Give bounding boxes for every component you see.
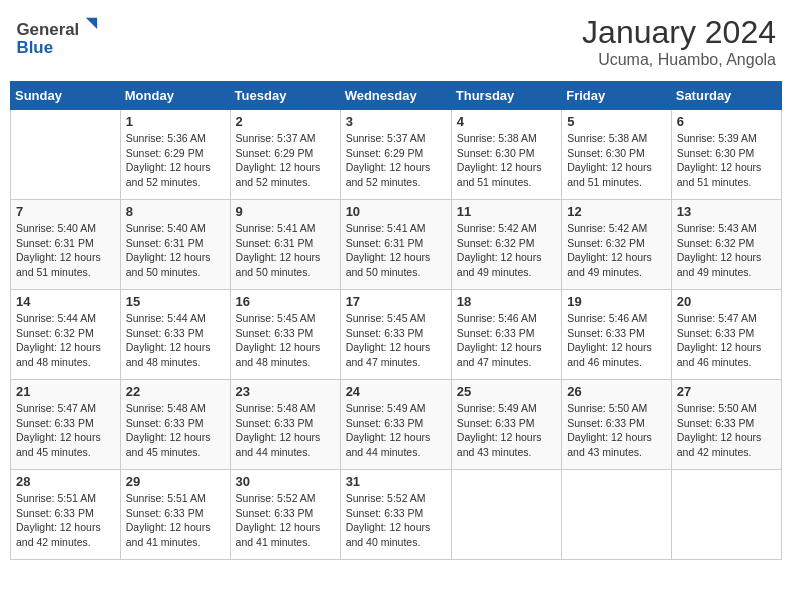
calendar-cell: 15Sunrise: 5:44 AMSunset: 6:33 PMDayligh… [120, 290, 230, 380]
calendar-cell: 17Sunrise: 5:45 AMSunset: 6:33 PMDayligh… [340, 290, 451, 380]
location-subtitle: Ucuma, Huambo, Angola [582, 51, 776, 69]
calendar-cell: 5Sunrise: 5:38 AMSunset: 6:30 PMDaylight… [562, 110, 672, 200]
day-info: Sunrise: 5:50 AMSunset: 6:33 PMDaylight:… [567, 401, 666, 460]
calendar-cell: 31Sunrise: 5:52 AMSunset: 6:33 PMDayligh… [340, 470, 451, 560]
calendar-cell: 8Sunrise: 5:40 AMSunset: 6:31 PMDaylight… [120, 200, 230, 290]
day-info: Sunrise: 5:43 AMSunset: 6:32 PMDaylight:… [677, 221, 776, 280]
day-number: 18 [457, 294, 556, 309]
day-number: 13 [677, 204, 776, 219]
day-info: Sunrise: 5:45 AMSunset: 6:33 PMDaylight:… [346, 311, 446, 370]
calendar-week-row: 21Sunrise: 5:47 AMSunset: 6:33 PMDayligh… [11, 380, 782, 470]
svg-text:General: General [16, 20, 79, 39]
calendar-table: SundayMondayTuesdayWednesdayThursdayFrid… [10, 81, 782, 560]
day-info: Sunrise: 5:49 AMSunset: 6:33 PMDaylight:… [346, 401, 446, 460]
day-number: 31 [346, 474, 446, 489]
calendar-cell: 29Sunrise: 5:51 AMSunset: 6:33 PMDayligh… [120, 470, 230, 560]
day-number: 6 [677, 114, 776, 129]
day-info: Sunrise: 5:37 AMSunset: 6:29 PMDaylight:… [236, 131, 335, 190]
calendar-week-row: 28Sunrise: 5:51 AMSunset: 6:33 PMDayligh… [11, 470, 782, 560]
calendar-cell: 13Sunrise: 5:43 AMSunset: 6:32 PMDayligh… [671, 200, 781, 290]
calendar-day-header: Tuesday [230, 82, 340, 110]
day-info: Sunrise: 5:38 AMSunset: 6:30 PMDaylight:… [567, 131, 666, 190]
day-info: Sunrise: 5:36 AMSunset: 6:29 PMDaylight:… [126, 131, 225, 190]
day-number: 22 [126, 384, 225, 399]
day-number: 1 [126, 114, 225, 129]
header: General Blue January 2024 Ucuma, Huambo,… [10, 10, 782, 73]
calendar-week-row: 7Sunrise: 5:40 AMSunset: 6:31 PMDaylight… [11, 200, 782, 290]
day-info: Sunrise: 5:42 AMSunset: 6:32 PMDaylight:… [457, 221, 556, 280]
calendar-cell: 2Sunrise: 5:37 AMSunset: 6:29 PMDaylight… [230, 110, 340, 200]
day-info: Sunrise: 5:45 AMSunset: 6:33 PMDaylight:… [236, 311, 335, 370]
day-number: 16 [236, 294, 335, 309]
calendar-cell: 3Sunrise: 5:37 AMSunset: 6:29 PMDaylight… [340, 110, 451, 200]
day-number: 8 [126, 204, 225, 219]
calendar-cell: 20Sunrise: 5:47 AMSunset: 6:33 PMDayligh… [671, 290, 781, 380]
calendar-cell [562, 470, 672, 560]
day-info: Sunrise: 5:40 AMSunset: 6:31 PMDaylight:… [126, 221, 225, 280]
calendar-cell: 6Sunrise: 5:39 AMSunset: 6:30 PMDaylight… [671, 110, 781, 200]
calendar-cell [451, 470, 561, 560]
calendar-cell: 18Sunrise: 5:46 AMSunset: 6:33 PMDayligh… [451, 290, 561, 380]
calendar-cell: 22Sunrise: 5:48 AMSunset: 6:33 PMDayligh… [120, 380, 230, 470]
day-number: 25 [457, 384, 556, 399]
calendar-cell: 4Sunrise: 5:38 AMSunset: 6:30 PMDaylight… [451, 110, 561, 200]
svg-text:Blue: Blue [16, 38, 53, 57]
day-number: 30 [236, 474, 335, 489]
calendar-day-header: Monday [120, 82, 230, 110]
day-info: Sunrise: 5:52 AMSunset: 6:33 PMDaylight:… [346, 491, 446, 550]
calendar-cell: 26Sunrise: 5:50 AMSunset: 6:33 PMDayligh… [562, 380, 672, 470]
day-number: 4 [457, 114, 556, 129]
day-info: Sunrise: 5:44 AMSunset: 6:33 PMDaylight:… [126, 311, 225, 370]
calendar-cell: 12Sunrise: 5:42 AMSunset: 6:32 PMDayligh… [562, 200, 672, 290]
day-info: Sunrise: 5:39 AMSunset: 6:30 PMDaylight:… [677, 131, 776, 190]
day-info: Sunrise: 5:47 AMSunset: 6:33 PMDaylight:… [16, 401, 115, 460]
day-info: Sunrise: 5:41 AMSunset: 6:31 PMDaylight:… [346, 221, 446, 280]
day-number: 15 [126, 294, 225, 309]
day-info: Sunrise: 5:51 AMSunset: 6:33 PMDaylight:… [16, 491, 115, 550]
day-number: 11 [457, 204, 556, 219]
day-info: Sunrise: 5:52 AMSunset: 6:33 PMDaylight:… [236, 491, 335, 550]
day-number: 14 [16, 294, 115, 309]
day-info: Sunrise: 5:48 AMSunset: 6:33 PMDaylight:… [236, 401, 335, 460]
day-info: Sunrise: 5:44 AMSunset: 6:32 PMDaylight:… [16, 311, 115, 370]
calendar-week-row: 1Sunrise: 5:36 AMSunset: 6:29 PMDaylight… [11, 110, 782, 200]
day-number: 19 [567, 294, 666, 309]
calendar-cell: 7Sunrise: 5:40 AMSunset: 6:31 PMDaylight… [11, 200, 121, 290]
day-info: Sunrise: 5:37 AMSunset: 6:29 PMDaylight:… [346, 131, 446, 190]
calendar-day-header: Sunday [11, 82, 121, 110]
calendar-cell: 16Sunrise: 5:45 AMSunset: 6:33 PMDayligh… [230, 290, 340, 380]
day-number: 5 [567, 114, 666, 129]
day-number: 23 [236, 384, 335, 399]
calendar-cell: 14Sunrise: 5:44 AMSunset: 6:32 PMDayligh… [11, 290, 121, 380]
day-number: 20 [677, 294, 776, 309]
day-info: Sunrise: 5:49 AMSunset: 6:33 PMDaylight:… [457, 401, 556, 460]
calendar-cell: 27Sunrise: 5:50 AMSunset: 6:33 PMDayligh… [671, 380, 781, 470]
day-number: 9 [236, 204, 335, 219]
calendar-cell: 11Sunrise: 5:42 AMSunset: 6:32 PMDayligh… [451, 200, 561, 290]
logo: General Blue [16, 14, 106, 59]
calendar-cell: 23Sunrise: 5:48 AMSunset: 6:33 PMDayligh… [230, 380, 340, 470]
day-info: Sunrise: 5:40 AMSunset: 6:31 PMDaylight:… [16, 221, 115, 280]
day-info: Sunrise: 5:38 AMSunset: 6:30 PMDaylight:… [457, 131, 556, 190]
day-info: Sunrise: 5:41 AMSunset: 6:31 PMDaylight:… [236, 221, 335, 280]
calendar-day-header: Wednesday [340, 82, 451, 110]
calendar-week-row: 14Sunrise: 5:44 AMSunset: 6:32 PMDayligh… [11, 290, 782, 380]
day-number: 3 [346, 114, 446, 129]
day-number: 12 [567, 204, 666, 219]
logo-svg: General Blue [16, 14, 106, 59]
calendar-cell: 1Sunrise: 5:36 AMSunset: 6:29 PMDaylight… [120, 110, 230, 200]
day-number: 17 [346, 294, 446, 309]
day-number: 7 [16, 204, 115, 219]
calendar-cell [671, 470, 781, 560]
day-number: 2 [236, 114, 335, 129]
day-info: Sunrise: 5:42 AMSunset: 6:32 PMDaylight:… [567, 221, 666, 280]
svg-marker-1 [86, 18, 97, 29]
month-title: January 2024 [582, 14, 776, 51]
calendar-cell: 10Sunrise: 5:41 AMSunset: 6:31 PMDayligh… [340, 200, 451, 290]
day-number: 27 [677, 384, 776, 399]
calendar-cell: 24Sunrise: 5:49 AMSunset: 6:33 PMDayligh… [340, 380, 451, 470]
day-number: 26 [567, 384, 666, 399]
day-number: 24 [346, 384, 446, 399]
day-info: Sunrise: 5:46 AMSunset: 6:33 PMDaylight:… [567, 311, 666, 370]
calendar-cell: 9Sunrise: 5:41 AMSunset: 6:31 PMDaylight… [230, 200, 340, 290]
